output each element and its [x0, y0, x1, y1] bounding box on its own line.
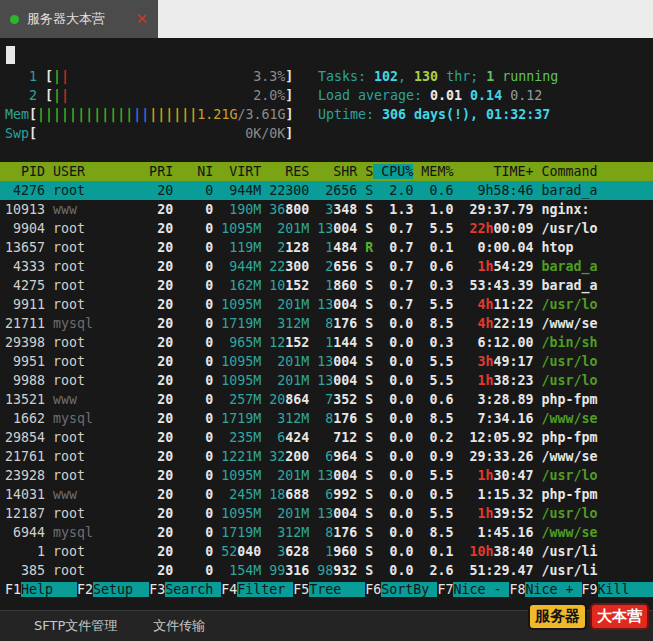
process-row-9911[interactable]: 9911 root 20 0 1095M 201M 13004 S 0.7 5.… [0, 295, 653, 314]
fn-f3-search[interactable]: F3Search [149, 582, 221, 597]
column-header-shr[interactable]: SHR [309, 164, 357, 179]
cell-command: /www/se [542, 449, 598, 464]
cell-res: 152 [285, 335, 309, 350]
cell-cpu: 0.0 [373, 468, 413, 483]
column-header-pid[interactable]: PID [5, 164, 45, 179]
tab-close-icon[interactable]: ✕ [135, 10, 148, 28]
cell-shr: 932 [333, 563, 357, 578]
cell-mem: 5.5 [413, 221, 453, 236]
process-row-9904[interactable]: 9904 root 20 0 1095M 201M 13004 S 0.7 5.… [0, 219, 653, 238]
cell-command: php-fpm [542, 392, 598, 407]
cell-ni: 0 [173, 183, 213, 198]
column-header-s[interactable]: S [357, 164, 373, 179]
cell-cpu: 0.0 [373, 392, 413, 407]
cell-user: root [53, 430, 133, 445]
cell-ni: 0 [173, 525, 213, 540]
column-header-user[interactable]: USER [53, 164, 133, 179]
column-header-time[interactable]: TIME+ [453, 164, 533, 179]
fn-f4-filter[interactable]: F4Filter [221, 582, 293, 597]
text-segment [45, 563, 53, 578]
text-segment [45, 202, 53, 217]
column-header-command[interactable]: Command [541, 164, 597, 179]
column-header-cpu[interactable]: CPU% [373, 164, 413, 179]
text-segment [534, 544, 542, 559]
process-row-14031[interactable]: 14031 www 20 0 245M 18688 6992 S 0.0 0.5… [0, 485, 653, 504]
cell-time: 1h [453, 506, 493, 521]
cell-mem: 0.6 [413, 259, 453, 274]
column-header-mem[interactable]: MEM% [413, 164, 453, 179]
cell-cpu: 0.0 [373, 563, 413, 578]
cell-virt: 162M [213, 278, 261, 293]
text-segment [37, 126, 245, 141]
fn-f1-help[interactable]: F1Help [5, 582, 77, 597]
cell-shr: 2 [309, 183, 333, 198]
column-header-ni[interactable]: NI [173, 164, 213, 179]
cell-res: 201M [261, 354, 309, 369]
process-row-23928[interactable]: 23928 root 20 0 1095M 201M 13004 S 0.0 5… [0, 466, 653, 485]
cell-shr: 004 [333, 221, 357, 236]
cell-command: /usr/lo [541, 221, 597, 236]
column-header-pri[interactable]: PRI [133, 164, 173, 179]
cell-res: 128 [285, 240, 309, 255]
process-row-13657[interactable]: 13657 root 20 0 119M 2128 1484 R 0.7 0.1… [0, 238, 653, 257]
process-row-1662[interactable]: 1662 mysql 20 0 1719M 312M 8176 S 0.0 8.… [0, 409, 653, 428]
cell-time: 00:09 [493, 221, 533, 236]
cell-state: S [357, 373, 373, 388]
process-row-6944[interactable]: 6944 mysql 20 0 1719M 312M 8176 S 0.0 8.… [0, 523, 653, 542]
meter-bracket: ] [285, 107, 293, 122]
cell-pid: 1662 [5, 411, 45, 426]
cell-pri: 20 [133, 297, 173, 312]
file-transfer-tab[interactable]: 文件传输 [153, 617, 205, 635]
fn-f6-sortby[interactable]: F6SortBy [365, 582, 437, 597]
fn-f9-kill[interactable]: F9Kill [582, 582, 653, 597]
fn-f7-nice[interactable]: F7Nice - [437, 582, 509, 597]
text-segment [45, 164, 53, 179]
text-segment [45, 449, 53, 464]
fn-f2-setup[interactable]: F2Setup [77, 582, 149, 597]
fn-f8-nice[interactable]: F8Nice + [509, 582, 581, 597]
process-row-13521[interactable]: 13521 www 20 0 257M 20864 7352 S 0.0 0.6… [0, 390, 653, 409]
cell-shr: 964 [333, 449, 357, 464]
cell-virt: 1719M [213, 525, 261, 540]
process-row-12187[interactable]: 12187 root 20 0 1095M 201M 13004 S 0.0 5… [0, 504, 653, 523]
cpu-meter-1: 1 [|| 3.3%] [5, 67, 293, 86]
cell-user: root [53, 506, 133, 521]
process-row-4275[interactable]: 4275 root 20 0 162M 10152 1860 S 0.7 0.3… [0, 276, 653, 295]
cell-time: 1h [453, 373, 493, 388]
column-header-virt[interactable]: VIRT [213, 164, 261, 179]
process-row-9988[interactable]: 9988 root 20 0 1095M 201M 13004 S 0.0 5.… [0, 371, 653, 390]
process-row-10913[interactable]: 10913 www 20 0 190M 36800 3348 S 1.3 1.0… [0, 200, 653, 219]
fn-f5-tree[interactable]: F5Tree [293, 582, 365, 597]
cell-virt: 1719M [213, 316, 261, 331]
cell-time: 39:52 [493, 506, 533, 521]
load-average-stat-part: 0.01 [430, 88, 470, 103]
text-segment [45, 335, 53, 350]
cell-res: 3 [261, 544, 285, 559]
text-segment [45, 221, 53, 236]
column-header-res[interactable]: RES [261, 164, 309, 179]
process-row-21761[interactable]: 21761 root 20 0 1221M 32200 6964 S 0.0 0… [0, 447, 653, 466]
process-row-9951[interactable]: 9951 root 20 0 1095M 201M 13004 S 0.0 5.… [0, 352, 653, 371]
cell-time: 1h [453, 259, 493, 274]
cell-virt: 944M [213, 259, 261, 274]
cell-state: S [357, 411, 373, 426]
cell-mem: 0.3 [413, 278, 453, 293]
cell-command: /usr/li [542, 563, 598, 578]
cell-res: 99 [261, 563, 285, 578]
cell-state: S [357, 354, 373, 369]
process-row-29854[interactable]: 29854 root 20 0 235M 6424 712 S 0.0 0.2 … [0, 428, 653, 447]
cell-res: 12 [261, 335, 285, 350]
sftp-file-manager-tab[interactable]: SFTP文件管理 [34, 617, 117, 635]
process-row-4333[interactable]: 4333 root 20 0 944M 22300 2656 S 0.7 0.6… [0, 257, 653, 276]
cell-cpu: 0.7 [373, 278, 413, 293]
process-row-4276[interactable]: 4276 root 20 0 944M 22300 2656 S 2.0 0.6… [0, 181, 653, 200]
terminal[interactable]: 1 [|| 3.3%] 2 [|| 2.0%]Mem[|||||||||||||… [0, 38, 653, 610]
process-row-21711[interactable]: 21711 mysql 20 0 1719M 312M 8176 S 0.0 8… [0, 314, 653, 333]
process-row-1[interactable]: 1 root 20 0 52040 3628 1960 S 0.0 0.1 10… [0, 542, 653, 561]
meter-bar: | [101, 107, 109, 122]
session-tab[interactable]: 服务器大本营 ✕ [0, 0, 158, 38]
cell-pri: 20 [133, 430, 173, 445]
cell-res: 32 [261, 449, 285, 464]
process-row-385[interactable]: 385 root 20 0 154M 99316 98932 S 0.0 2.6… [0, 561, 653, 580]
process-row-29398[interactable]: 29398 root 20 0 965M 12152 1144 S 0.0 0.… [0, 333, 653, 352]
